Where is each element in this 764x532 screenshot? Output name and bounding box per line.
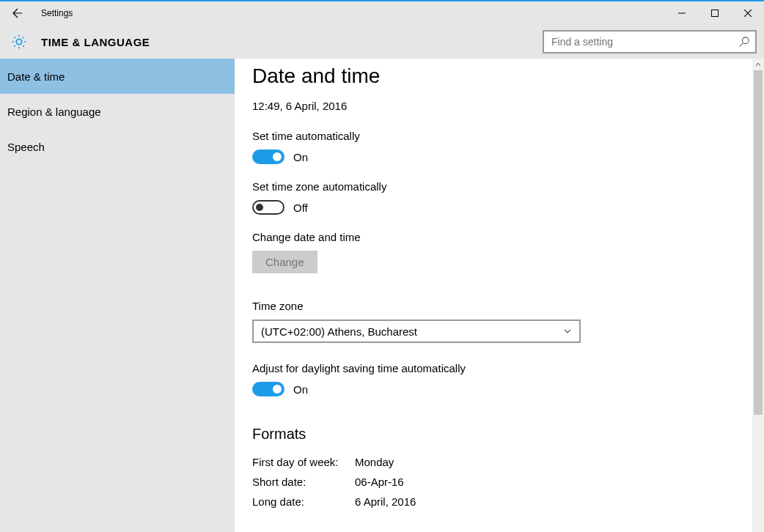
arrow-left-icon	[12, 7, 23, 19]
content-wrap: Date and time 12:49, 6 April, 2016 Set t…	[235, 59, 764, 532]
set-time-auto-label: Set time automatically	[252, 130, 735, 142]
sidebar-item-speech[interactable]: Speech	[0, 129, 235, 164]
formats-heading: Formats	[252, 426, 735, 443]
maximize-button[interactable]	[698, 2, 731, 24]
close-button[interactable]	[731, 2, 764, 24]
set-tz-auto-label: Set time zone automatically	[252, 180, 735, 193]
sidebar-item-label: Speech	[7, 141, 45, 153]
window-title: Settings	[41, 8, 73, 18]
scrollbar[interactable]	[752, 59, 764, 532]
format-key: Long date:	[252, 495, 355, 508]
set-tz-auto-state: Off	[293, 202, 308, 214]
gear-svg	[11, 34, 27, 50]
titlebar: Settings	[0, 1, 764, 25]
scroll-thumb[interactable]	[754, 70, 763, 415]
sidebar-item-label: Date & time	[7, 70, 65, 83]
format-row: Short date: 06-Apr-16	[252, 476, 735, 488]
page-heading: Date and time	[252, 64, 735, 88]
change-datetime-label: Change date and time	[252, 231, 735, 243]
back-button[interactable]	[6, 1, 29, 25]
format-key: Short date:	[252, 476, 355, 488]
search-input[interactable]	[544, 32, 733, 52]
current-datetime: 12:49, 6 April, 2016	[252, 100, 735, 112]
timezone-label: Time zone	[252, 300, 735, 312]
window-controls	[665, 2, 764, 24]
chevron-down-icon	[563, 325, 572, 338]
dst-row: On	[252, 382, 735, 396]
search-box[interactable]	[543, 30, 757, 53]
minimize-button[interactable]	[665, 2, 698, 24]
toggle-knob	[273, 385, 282, 394]
search-icon[interactable]	[733, 37, 755, 47]
sidebar-item-date-time[interactable]: Date & time	[0, 59, 235, 94]
sidebar: Date & time Region & language Speech	[0, 59, 235, 532]
timezone-value: (UTC+02:00) Athens, Bucharest	[261, 325, 417, 338]
content: Date and time 12:49, 6 April, 2016 Set t…	[235, 59, 752, 532]
header-row: TIME & LANGUAGE	[0, 25, 764, 59]
scroll-up-arrow[interactable]	[752, 59, 764, 70]
format-row: Long date: 6 April, 2016	[252, 495, 735, 508]
format-value: 6 April, 2016	[355, 495, 416, 508]
magnifier-icon	[739, 37, 749, 47]
set-tz-auto-row: Off	[252, 200, 735, 215]
maximize-icon	[711, 10, 719, 17]
format-row: First day of week: Monday	[252, 456, 735, 468]
chevron-up-icon	[755, 62, 761, 67]
set-time-auto-state: On	[293, 151, 308, 163]
sidebar-item-region-language[interactable]: Region & language	[0, 94, 235, 129]
close-icon	[744, 10, 752, 17]
settings-window: Settings TIME & LANGUAGE	[0, 0, 764, 532]
svg-rect-0	[711, 10, 718, 17]
set-tz-auto-toggle[interactable]	[252, 200, 284, 215]
minimize-icon	[678, 10, 686, 17]
set-time-auto-toggle[interactable]	[252, 149, 284, 164]
category-title: TIME & LANGUAGE	[41, 36, 150, 48]
format-value: 06-Apr-16	[355, 476, 404, 488]
change-button[interactable]: Change	[252, 251, 317, 273]
set-time-auto-row: On	[252, 149, 735, 164]
timezone-dropdown[interactable]: (UTC+02:00) Athens, Bucharest	[252, 319, 581, 343]
formats-table: First day of week: Monday Short date: 06…	[252, 456, 735, 508]
format-key: First day of week:	[252, 456, 355, 468]
dst-label: Adjust for daylight saving time automati…	[252, 362, 735, 374]
dst-state: On	[293, 383, 308, 396]
svg-point-1	[742, 37, 749, 44]
gear-icon[interactable]	[9, 32, 29, 52]
toggle-knob	[256, 204, 263, 211]
format-value: Monday	[355, 456, 394, 468]
dst-toggle[interactable]	[252, 382, 284, 396]
body: Date & time Region & language Speech Dat…	[0, 59, 764, 532]
sidebar-item-label: Region & language	[7, 106, 101, 118]
toggle-knob	[273, 152, 282, 161]
